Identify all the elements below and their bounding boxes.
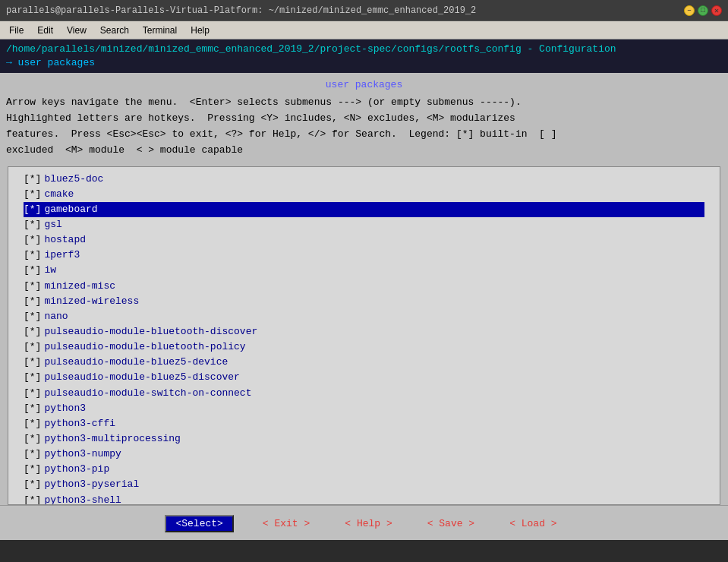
package-item[interactable]: [*] python3: [24, 401, 704, 416]
package-checkbox: [*]: [24, 172, 41, 187]
package-checkbox: [*]: [24, 232, 41, 248]
path-bar: /home/parallels/minized/minized_emmc_enh…: [0, 39, 728, 73]
package-item[interactable]: [*] python3-pyserial: [24, 477, 704, 492]
package-checkbox: [*]: [24, 248, 41, 263]
package-checkbox: [*]: [24, 279, 41, 294]
package-name: iperf3: [44, 248, 80, 263]
package-item[interactable]: [*] pulseaudio-module-switch-on-connect: [24, 386, 704, 401]
package-name: bluez5-doc: [44, 172, 103, 187]
maximize-button[interactable]: □: [698, 5, 708, 16]
package-list-box: [*] bluez5-doc[*] cmake[*] gameboard[*] …: [8, 166, 720, 505]
package-checkbox: [*]: [24, 477, 41, 492]
load-button[interactable]: < Load >: [503, 516, 563, 531]
package-name: python3-pip: [44, 462, 109, 477]
package-item[interactable]: [*] pulseaudio-module-bluez5-discover: [24, 370, 704, 385]
package-checkbox: [*]: [24, 447, 41, 462]
menu-item-terminal[interactable]: Terminal: [137, 24, 183, 37]
package-name: python3-pyserial: [44, 477, 139, 492]
help-button[interactable]: < Help >: [339, 516, 398, 531]
path-line1: /home/parallels/minized/minized_emmc_enh…: [6, 43, 722, 56]
menu-item-search[interactable]: Search: [94, 24, 135, 37]
package-item[interactable]: [*] cmake: [24, 187, 704, 202]
package-name: python3-cffi: [44, 416, 115, 431]
package-item[interactable]: [*] gameboard: [24, 202, 704, 217]
package-checkbox: [*]: [24, 386, 41, 401]
package-list: [*] bluez5-doc[*] cmake[*] gameboard[*] …: [8, 172, 720, 505]
package-name: python3: [44, 401, 86, 416]
select-button[interactable]: <Select>: [165, 515, 233, 532]
package-item[interactable]: [*] gsl: [24, 217, 704, 232]
package-name: nano: [44, 309, 68, 324]
package-item[interactable]: [*] python3-multiprocessing: [24, 431, 704, 447]
package-item[interactable]: [*] minized-wireless: [24, 294, 704, 309]
package-item[interactable]: [*] python3-cffi: [24, 416, 704, 431]
package-item[interactable]: [*] iw: [24, 263, 704, 278]
package-checkbox: [*]: [24, 263, 41, 278]
window-controls: – □ ✕: [684, 5, 722, 16]
package-item[interactable]: [*] iperf3: [24, 248, 704, 263]
exit-button[interactable]: < Exit >: [257, 516, 316, 531]
package-name: pulseaudio-module-bluetooth-discover: [44, 324, 257, 339]
package-checkbox: [*]: [24, 324, 41, 339]
menu-item-view[interactable]: View: [61, 24, 93, 37]
package-item[interactable]: [*] minized-misc: [24, 279, 704, 294]
package-name: pulseaudio-module-bluez5-discover: [44, 370, 239, 385]
package-checkbox: [*]: [24, 202, 41, 217]
package-item[interactable]: [*] pulseaudio-module-bluez5-device: [24, 355, 704, 370]
package-checkbox: [*]: [24, 355, 41, 370]
title-text: parallels@parallels-Parallels-Virtual-Pl…: [6, 5, 476, 16]
menu-item-edit[interactable]: Edit: [31, 24, 59, 37]
package-item[interactable]: [*] python3-shell: [24, 493, 704, 505]
package-name: gsl: [44, 217, 61, 232]
package-item[interactable]: [*] hostapd: [24, 232, 704, 248]
minimize-button[interactable]: –: [684, 5, 695, 16]
package-name: python3-multiprocessing: [44, 431, 180, 447]
package-name: minized-wireless: [44, 294, 139, 309]
section-title: user packages: [6, 79, 722, 90]
package-name: minized-misc: [44, 279, 115, 294]
package-checkbox: [*]: [24, 462, 41, 477]
save-button[interactable]: < Save >: [421, 516, 481, 531]
package-checkbox: [*]: [24, 294, 41, 309]
package-checkbox: [*]: [24, 187, 41, 202]
path-line2: → user packages: [6, 56, 722, 70]
package-checkbox: [*]: [24, 416, 41, 431]
package-name: pulseaudio-module-switch-on-connect: [44, 386, 251, 401]
package-name: iw: [44, 263, 56, 278]
close-button[interactable]: ✕: [711, 5, 722, 16]
package-item[interactable]: [*] bluez5-doc: [24, 172, 704, 187]
package-checkbox: [*]: [24, 370, 41, 385]
menu-item-file[interactable]: File: [3, 24, 30, 37]
package-checkbox: [*]: [24, 401, 41, 416]
title-bar: parallels@parallels-Parallels-Virtual-Pl…: [0, 0, 728, 21]
package-name: pulseaudio-module-bluetooth-policy: [44, 339, 245, 355]
package-item[interactable]: [*] pulseaudio-module-bluetooth-discover: [24, 324, 704, 339]
package-checkbox: [*]: [24, 431, 41, 447]
package-item[interactable]: [*] pulseaudio-module-bluetooth-policy: [24, 339, 704, 355]
package-checkbox: [*]: [24, 309, 41, 324]
package-name: cmake: [44, 187, 74, 202]
package-name: hostapd: [44, 232, 86, 248]
bottom-bar: <Select> < Exit > < Help > < Save > < Lo…: [0, 505, 728, 540]
help-text: Arrow keys navigate the menu. <Enter> se…: [6, 95, 722, 158]
package-name: python3-shell: [44, 493, 121, 505]
menu-item-help[interactable]: Help: [184, 24, 216, 37]
package-checkbox: [*]: [24, 217, 41, 232]
package-name: pulseaudio-module-bluez5-device: [44, 355, 228, 370]
package-name: gameboard: [44, 202, 97, 217]
package-item[interactable]: [*] nano: [24, 309, 704, 324]
menu-bar: FileEditViewSearchTerminalHelp: [0, 21, 728, 39]
package-checkbox: [*]: [24, 493, 41, 505]
package-name: python3-numpy: [44, 447, 121, 462]
package-item[interactable]: [*] python3-numpy: [24, 447, 704, 462]
package-item[interactable]: [*] python3-pip: [24, 462, 704, 477]
package-checkbox: [*]: [24, 339, 41, 355]
